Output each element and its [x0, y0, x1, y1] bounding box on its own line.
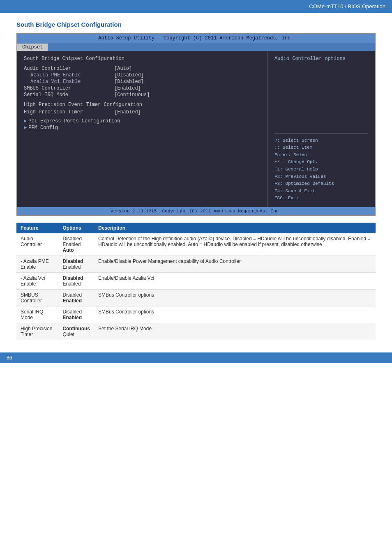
feature-smbus: SMBUS Controller	[16, 290, 58, 306]
feature-azalia-vci: - Azalia Vci Enable	[16, 273, 58, 290]
bios-left-panel: South Bridge Chipset Configuration Audio…	[17, 51, 268, 207]
desc-audio-controller: Control Detection of the High definition…	[94, 233, 376, 256]
options-hpet: ContinuousQuiet	[58, 323, 94, 340]
bios-label-azalia-vci: Azalia Vci Enable	[24, 79, 114, 85]
bios-screen-title: South Bridge Chipset Configuration	[24, 56, 261, 62]
bios-label-azalia-pme: Azalia PME Enable	[24, 72, 114, 78]
bios-help-area: Audio Controller options	[274, 56, 368, 134]
nav-f2: F2: Previous Values	[274, 173, 368, 181]
nav-esc: ESC: Exit	[274, 195, 368, 202]
bios-item-serial-irq[interactable]: Serial IRQ Mode [Continuous]	[24, 92, 261, 98]
nav-change-opt: +/-: Change Opt.	[274, 159, 368, 166]
page-number: 86	[7, 355, 12, 361]
section-title: South Bridge Chipset Configuration	[16, 21, 376, 28]
options-audio-controller: DisabledEnabledAuto	[58, 233, 94, 256]
bios-value-smbus: [Enabled]	[114, 85, 141, 91]
page-content: South Bridge Chipset Configuration Aptio…	[0, 13, 392, 352]
feature-hpet: High Precision Timer	[16, 323, 58, 340]
feature-azalia-pme: - Azalia PME Enable	[16, 256, 58, 273]
table-row: - Azalia Vci Enable DisabledEnabled Enab…	[16, 273, 376, 290]
bios-footer: Version 2.13.1215. Copyright (C) 2011 Am…	[17, 207, 375, 215]
nav-select-screen: ⇄: Select Screen	[274, 137, 368, 145]
table-row: Serial IRQ Mode DisabledEnabled SMBus Co…	[16, 306, 376, 323]
bios-group-hpet: High Precision Event Timer Configuration	[24, 102, 261, 108]
header-title: COMe-mTT10 / BIOS Operation	[309, 3, 385, 9]
nav-f4: F4: Save & Exit	[274, 188, 368, 195]
bios-screen: Aptio Setup Utility – Copyright (C) 2011…	[16, 33, 376, 216]
bios-item-hpet[interactable]: High Precision Timer [Enabled]	[24, 109, 261, 115]
bios-label-audio-controller: Audio Controller	[24, 66, 114, 71]
table-row: SMBUS Controller DisabledEnabled SMBus C…	[16, 290, 376, 306]
desc-smbus: SMBus Controller options	[94, 290, 376, 306]
nav-f3: F3: Optimized Defaults	[274, 180, 368, 188]
feature-audio-controller: Audio Controller	[16, 233, 58, 256]
features-table: Feature Options Description Audio Contro…	[16, 223, 376, 340]
desc-hpet: Set the Serial IRQ Mode	[94, 323, 376, 340]
col-description: Description	[94, 223, 376, 233]
bios-link-pci[interactable]: ► PCI Express Ports Configuration	[24, 118, 261, 124]
bios-top-bar: Aptio Setup Utility – Copyright (C) 2011…	[17, 34, 375, 43]
bios-value-audio-controller: [Auto]	[114, 66, 132, 71]
bios-main: South Bridge Chipset Configuration Audio…	[17, 51, 375, 207]
bios-item-azalia-vci[interactable]: Azalia Vci Enable [Disabled]	[24, 79, 261, 85]
bios-item-audio-controller[interactable]: Audio Controller [Auto]	[24, 66, 261, 71]
bios-value-azalia-pme: [Disabled]	[114, 72, 144, 78]
bios-link-ppm[interactable]: ► PPM Config	[24, 125, 261, 131]
page-footer: 86	[0, 352, 392, 363]
desc-azalia-vci: Enable/Disable Azalia Vci	[94, 273, 376, 290]
bios-right-panel: Audio Controller options ⇄: Select Scree…	[268, 51, 375, 207]
table-row: Audio Controller DisabledEnabledAuto Con…	[16, 233, 376, 256]
desc-azalia-pme: Enable/Disable Power Management capabili…	[94, 256, 376, 273]
col-feature: Feature	[16, 223, 58, 233]
bios-link-pci-label: PCI Express Ports Configuration	[28, 118, 120, 124]
nav-select-item: ↕: Select Item	[274, 144, 368, 152]
nav-enter: Enter: Select	[274, 152, 368, 159]
bios-label-smbus: SMBUS Controller	[24, 85, 114, 91]
nav-f1: F1: General Help	[274, 166, 368, 173]
table-row: High Precision Timer ContinuousQuiet Set…	[16, 323, 376, 340]
options-azalia-vci: DisabledEnabled	[58, 273, 94, 290]
bios-help-text: Audio Controller options	[274, 56, 368, 62]
arrow-icon-2: ►	[24, 125, 27, 131]
options-azalia-pme: DisabledEnabled	[58, 256, 94, 273]
bios-nav-text: ⇄: Select Screen ↕: Select Item Enter: S…	[274, 137, 368, 202]
arrow-icon: ►	[24, 118, 27, 124]
bios-tab-row: Chipset	[17, 43, 375, 51]
bios-tab-chipset[interactable]: Chipset	[17, 44, 48, 51]
bios-label-serial-irq: Serial IRQ Mode	[24, 92, 114, 98]
bios-item-smbus[interactable]: SMBUS Controller [Enabled]	[24, 85, 261, 91]
table-row: - Azalia PME Enable DisabledEnabled Enab…	[16, 256, 376, 273]
col-options: Options	[58, 223, 94, 233]
bios-label-hpet: High Precision Timer	[24, 109, 114, 115]
bios-top-bar-text: Aptio Setup Utility – Copyright (C) 2011…	[98, 35, 293, 41]
bios-value-serial-irq: [Continuous]	[114, 92, 150, 98]
header-bar: COMe-mTT10 / BIOS Operation	[0, 0, 392, 13]
options-serial-irq: DisabledEnabled	[58, 306, 94, 323]
bios-value-azalia-vci: [Disabled]	[114, 79, 144, 85]
bios-nav-area: ⇄: Select Screen ↕: Select Item Enter: S…	[274, 134, 368, 202]
bios-value-hpet: [Enabled]	[114, 109, 141, 115]
feature-serial-irq: Serial IRQ Mode	[16, 306, 58, 323]
desc-serial-irq: SMBus Controller options	[94, 306, 376, 323]
bios-link-ppm-label: PPM Config	[28, 125, 58, 131]
bios-item-azalia-pme[interactable]: Azalia PME Enable [Disabled]	[24, 72, 261, 78]
options-smbus: DisabledEnabled	[58, 290, 94, 306]
